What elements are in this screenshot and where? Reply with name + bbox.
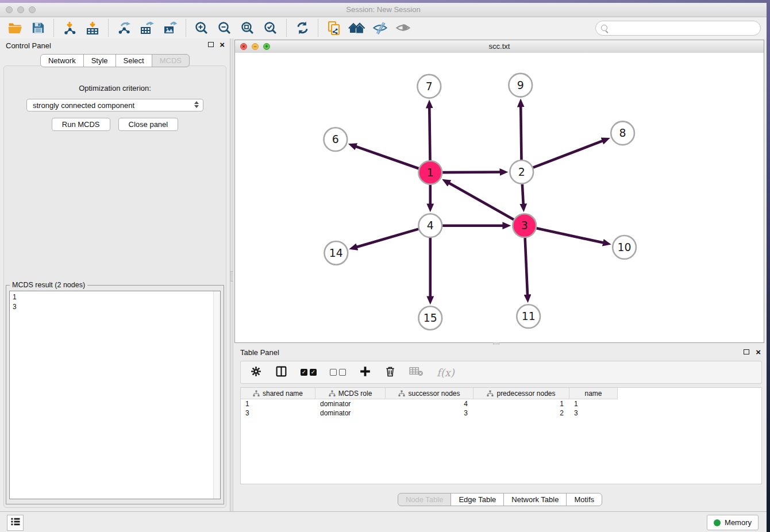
refresh-icon xyxy=(295,21,310,35)
table-cell: 3 xyxy=(569,408,618,418)
export-image-icon xyxy=(163,21,178,36)
table-row[interactable]: 1dominator411 xyxy=(241,399,761,408)
tab-network[interactable]: Network xyxy=(40,54,84,67)
tab-select[interactable]: Select xyxy=(116,54,152,67)
float-panel-icon[interactable] xyxy=(208,42,214,47)
result-scrollbar[interactable] xyxy=(213,291,220,499)
zoom-selected-button[interactable] xyxy=(260,20,281,37)
optimization-criterion-label: Optimization criterion: xyxy=(4,84,226,92)
export-network-button[interactable] xyxy=(114,20,134,37)
duplicate-network-button[interactable] xyxy=(324,20,344,37)
tab-network-table[interactable]: Network Table xyxy=(503,493,567,506)
import-network-button[interactable] xyxy=(59,20,80,37)
float-panel-icon[interactable] xyxy=(744,349,749,354)
close-panel-icon[interactable]: × xyxy=(220,40,225,50)
close-window-button[interactable] xyxy=(6,6,13,13)
graph-edge[interactable] xyxy=(533,141,603,168)
column-layout-icon[interactable] xyxy=(275,365,287,380)
network-window: × − + scc.txt 1234678910111415 xyxy=(234,40,764,343)
graph-edge[interactable] xyxy=(525,238,528,295)
minimize-window-button[interactable] xyxy=(17,6,24,13)
column-header[interactable]: predecessor nodes xyxy=(473,388,569,399)
tab-style[interactable]: Style xyxy=(83,54,116,67)
network-minimize-button[interactable]: − xyxy=(252,43,259,50)
delete-column-trash-icon[interactable] xyxy=(384,365,396,380)
zoom-fit-icon xyxy=(240,21,255,36)
function-builder-icon: f(x) xyxy=(437,367,455,379)
graph-edge[interactable] xyxy=(356,147,419,168)
mcds-result-box: MCDS result (2 nodes) 1 3 xyxy=(6,285,224,504)
export-image-button[interactable] xyxy=(160,20,180,37)
add-column-plus-icon[interactable] xyxy=(359,365,371,380)
close-panel-button[interactable]: Close panel xyxy=(118,118,179,131)
toolbar-separator xyxy=(186,19,186,37)
network-overview-button[interactable] xyxy=(346,20,367,37)
network-graph[interactable]: 1234678910111415 xyxy=(235,53,764,342)
search-input[interactable] xyxy=(607,24,760,32)
node-table: shared name MCDS role successor nodes pr… xyxy=(240,387,762,484)
control-panel-header: Control Panel × xyxy=(0,38,230,52)
graph-node-label: 9 xyxy=(517,79,524,91)
search-field[interactable] xyxy=(595,21,761,36)
graph-edge[interactable] xyxy=(521,107,521,160)
save-floppy-icon xyxy=(31,21,45,35)
list-icon xyxy=(10,516,21,530)
graph-edge[interactable] xyxy=(442,172,500,173)
network-canvas[interactable]: 1234678910111415 xyxy=(235,53,764,342)
mcds-result-text[interactable]: 1 3 xyxy=(9,291,221,499)
column-header[interactable]: name xyxy=(569,388,618,399)
memory-button[interactable]: Memory xyxy=(707,515,759,530)
deselect-all-icon[interactable] xyxy=(330,369,346,376)
graph-edge[interactable] xyxy=(522,184,523,205)
import-network-icon xyxy=(62,21,77,36)
hide-selected-button[interactable] xyxy=(369,20,390,37)
tab-node-table[interactable]: Node Table xyxy=(398,493,452,506)
open-session-button[interactable] xyxy=(5,20,25,37)
right-column: × − + scc.txt 1234678910111415 Table Pan… xyxy=(233,38,767,511)
tab-mcds[interactable]: MCDS xyxy=(152,54,190,67)
graph-edge[interactable] xyxy=(357,229,419,247)
zoom-out-button[interactable] xyxy=(214,20,235,37)
open-folder-icon xyxy=(7,21,23,36)
toolbar-separator xyxy=(286,19,287,37)
close-panel-icon[interactable]: × xyxy=(756,347,761,357)
column-header[interactable]: successor nodes xyxy=(386,388,473,399)
maximize-window-button[interactable] xyxy=(29,6,36,13)
network-close-button[interactable]: × xyxy=(240,43,247,50)
table-panel-header: Table Panel × xyxy=(233,345,767,360)
save-session-button[interactable] xyxy=(28,20,48,37)
duplicate-network-icon xyxy=(326,21,341,36)
status-bar: Memory xyxy=(0,511,767,532)
column-header[interactable]: MCDS role xyxy=(315,388,386,399)
table-cell: 1 xyxy=(473,399,569,408)
graph-node-label: 1 xyxy=(427,166,434,179)
table-tabs: Node Table Edge Table Network Table Moti… xyxy=(233,493,767,506)
zoom-in-button[interactable] xyxy=(191,20,212,37)
tab-motifs[interactable]: Motifs xyxy=(566,493,602,506)
control-panel-title: Control Panel xyxy=(6,41,51,50)
run-mcds-button[interactable]: Run MCDS xyxy=(52,118,110,131)
table-row[interactable]: 3dominator323 xyxy=(241,408,761,418)
select-all-icon[interactable]: ✓✓ xyxy=(301,369,317,376)
result-line: 1 xyxy=(13,292,217,302)
toolbar-separator xyxy=(318,19,318,37)
criterion-dropdown[interactable]: strongly connected component xyxy=(26,99,203,111)
graph-edge[interactable] xyxy=(537,228,604,242)
task-history-button[interactable] xyxy=(7,515,24,531)
zoom-fit-button[interactable] xyxy=(237,20,258,37)
table-settings-gear-icon[interactable] xyxy=(250,365,262,380)
network-maximize-button[interactable]: + xyxy=(263,43,270,50)
graph-edge[interactable] xyxy=(449,183,514,220)
import-table-button[interactable] xyxy=(82,20,103,37)
import-table-icon xyxy=(85,21,100,36)
table-cell: dominator xyxy=(315,408,386,418)
graph-edge[interactable] xyxy=(429,108,430,160)
control-panel: Control Panel × Network Style Select MCD… xyxy=(0,38,230,511)
tab-edge-table[interactable]: Edge Table xyxy=(451,493,504,506)
refresh-button[interactable] xyxy=(292,20,313,37)
toolbar-separator xyxy=(53,19,54,37)
column-header[interactable]: shared name xyxy=(241,388,315,399)
show-graphics-button[interactable] xyxy=(392,20,413,37)
houses-icon xyxy=(348,21,365,36)
export-table-button[interactable] xyxy=(137,20,157,37)
